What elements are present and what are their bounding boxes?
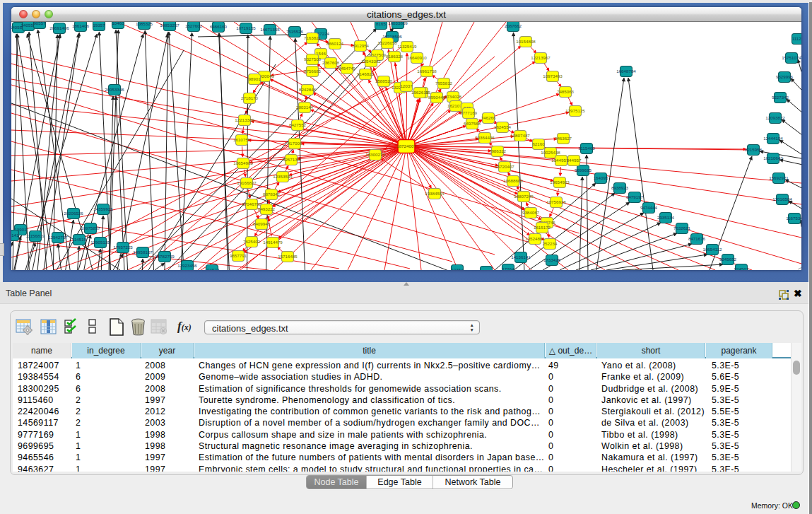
svg-text:8938923: 8938923 <box>611 185 629 190</box>
svg-text:1562615: 1562615 <box>411 90 429 95</box>
svg-text:12444154: 12444154 <box>763 136 783 141</box>
svg-text:1624554: 1624554 <box>494 124 512 129</box>
svg-text:17957225: 17957225 <box>113 245 133 250</box>
svg-text:746266: 746266 <box>481 115 496 120</box>
svg-text:90557: 90557 <box>33 22 46 25</box>
svg-text:8756685: 8756685 <box>304 69 322 74</box>
svg-text:8409948: 8409948 <box>253 221 271 226</box>
svg-text:8454749: 8454749 <box>339 66 356 71</box>
svg-text:19384554: 19384554 <box>425 191 445 196</box>
svg-text:1588520: 1588520 <box>375 78 393 83</box>
svg-text:8493222: 8493222 <box>258 206 276 211</box>
svg-text:2718170: 2718170 <box>241 95 259 100</box>
svg-text:1085325: 1085325 <box>136 22 153 26</box>
svg-text:12353594: 12353594 <box>273 174 293 179</box>
svg-text:7163822: 7163822 <box>304 35 322 40</box>
svg-text:10719155: 10719155 <box>236 25 256 30</box>
svg-text:11122: 11122 <box>792 36 801 41</box>
svg-text:8427552: 8427552 <box>289 122 307 127</box>
svg-text:15692971: 15692971 <box>769 175 789 180</box>
svg-text:8471676: 8471676 <box>688 236 706 241</box>
svg-text:9227342: 9227342 <box>772 95 789 100</box>
svg-text:10807487: 10807487 <box>510 133 530 138</box>
svg-text:10853257: 10853257 <box>160 23 180 28</box>
svg-text:16961758: 16961758 <box>417 69 437 74</box>
svg-text:7625402: 7625402 <box>243 239 261 244</box>
svg-text:10958107: 10958107 <box>133 250 153 255</box>
svg-text:9327508: 9327508 <box>304 57 322 62</box>
svg-text:6479197: 6479197 <box>626 194 644 199</box>
svg-text:19654923: 19654923 <box>550 180 570 185</box>
svg-text:8660124: 8660124 <box>326 41 344 46</box>
svg-text:12213967: 12213967 <box>531 55 551 60</box>
svg-text:12975125: 12975125 <box>565 108 585 113</box>
svg-text:9777169: 9777169 <box>460 110 478 115</box>
svg-text:9329996: 9329996 <box>776 74 794 79</box>
svg-text:1167534: 1167534 <box>786 216 801 221</box>
svg-text:16033809: 16033809 <box>388 22 408 25</box>
svg-text:16671355: 16671355 <box>260 27 280 32</box>
svg-text:9734028: 9734028 <box>445 94 462 99</box>
svg-text:62160: 62160 <box>532 141 545 146</box>
svg-text:1610755: 1610755 <box>233 137 251 142</box>
svg-text:9472: 9472 <box>481 269 491 270</box>
svg-text:252234: 252234 <box>543 241 558 246</box>
svg-text:6466160: 6466160 <box>210 24 228 29</box>
svg-text:9657791: 9657791 <box>230 253 247 258</box>
svg-text:8165: 8165 <box>376 22 386 26</box>
svg-text:16648784: 16648784 <box>616 69 636 74</box>
svg-text:8186328: 8186328 <box>386 54 404 59</box>
svg-text:104523: 104523 <box>205 267 220 270</box>
svg-text:11156819: 11156819 <box>26 233 45 238</box>
svg-text:13226058: 13226058 <box>377 40 397 45</box>
svg-text:14914479: 14914479 <box>263 240 283 245</box>
svg-text:10654983: 10654983 <box>233 160 253 165</box>
svg-text:7986322: 7986322 <box>489 148 507 153</box>
svg-text:7632621: 7632621 <box>673 226 691 230</box>
svg-text:20364436: 20364436 <box>475 135 495 140</box>
svg-text:10688609: 10688609 <box>503 178 523 183</box>
svg-text:1733426: 1733426 <box>543 257 561 262</box>
svg-text:12093822: 12093822 <box>765 115 785 120</box>
svg-text:2935134: 2935134 <box>657 215 675 220</box>
svg-text:8267130: 8267130 <box>283 157 300 162</box>
svg-text:8878342: 8878342 <box>263 192 281 197</box>
svg-text:18724007: 18724007 <box>396 144 416 148</box>
svg-text:12923456: 12923456 <box>177 263 197 268</box>
svg-text:10210643: 10210643 <box>763 156 783 160</box>
svg-text:20206526: 20206526 <box>64 211 83 216</box>
svg-text:10973493: 10973493 <box>543 74 563 78</box>
svg-text:8990448: 8990448 <box>428 95 446 100</box>
svg-text:17264: 17264 <box>502 267 514 270</box>
svg-text:20053346: 20053346 <box>105 87 124 92</box>
svg-text:12942757: 12942757 <box>48 235 68 240</box>
svg-text:9699695: 9699695 <box>575 168 592 173</box>
svg-text:3912954: 3912954 <box>352 43 370 48</box>
svg-text:1861406: 1861406 <box>72 23 90 28</box>
svg-text:17016504: 17016504 <box>772 197 792 201</box>
svg-text:10543382: 10543382 <box>361 59 381 64</box>
svg-text:14136141: 14136141 <box>511 255 531 259</box>
svg-text:8215958: 8215958 <box>745 147 763 152</box>
svg-text:18807249: 18807249 <box>514 194 534 199</box>
svg-text:19166827: 19166827 <box>237 180 257 185</box>
svg-text:20691406: 20691406 <box>49 25 69 30</box>
svg-text:16782759: 16782759 <box>155 254 175 259</box>
svg-text:12905135: 12905135 <box>90 240 110 245</box>
svg-text:114519: 114519 <box>72 237 87 242</box>
svg-text:16640910: 16640910 <box>407 55 427 60</box>
svg-text:844957: 844957 <box>567 158 582 163</box>
svg-text:15720407: 15720407 <box>495 164 514 169</box>
svg-text:10654112: 10654112 <box>702 247 722 252</box>
svg-text:14359926: 14359926 <box>93 206 113 211</box>
svg-text:9384067: 9384067 <box>522 210 540 215</box>
svg-text:417006: 417006 <box>288 141 302 146</box>
svg-text:6497568: 6497568 <box>464 121 481 126</box>
svg-text:10154808: 10154808 <box>516 39 536 44</box>
svg-text:10756928: 10756928 <box>546 199 566 204</box>
svg-text:164095: 164095 <box>594 175 608 180</box>
svg-text:2803144: 2803144 <box>296 105 314 110</box>
svg-text:18300273: 18300273 <box>365 152 385 157</box>
svg-text:9115460: 9115460 <box>578 146 595 151</box>
svg-text:9146821: 9146821 <box>357 71 375 76</box>
